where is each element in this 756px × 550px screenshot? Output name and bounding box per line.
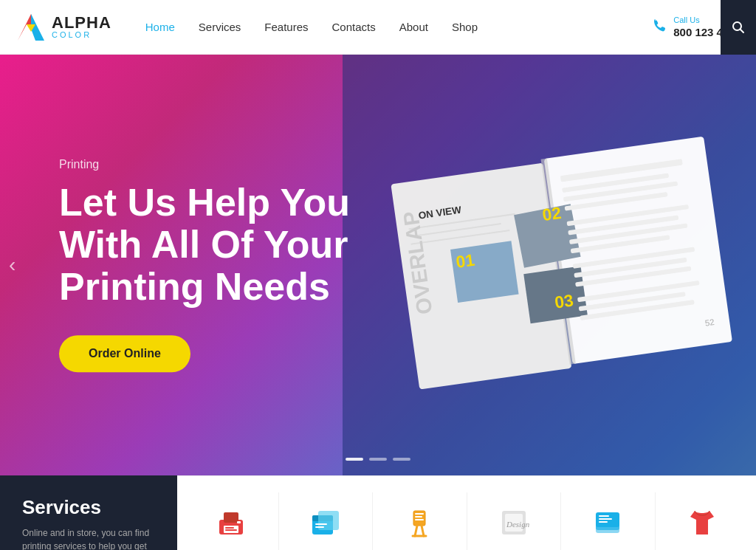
logo[interactable]: ALPHA COLOR (15, 11, 111, 44)
nav-about[interactable]: About (388, 21, 440, 33)
services-description: Online and in store, you can find printi… (22, 526, 155, 550)
nav-links: Home Services Features Contacts About Sh… (134, 21, 653, 33)
hero-dots (346, 458, 410, 461)
tshirt-icon (684, 505, 720, 540)
brand-name: ALPHA (52, 15, 111, 31)
service-copy[interactable]: Copy (279, 492, 374, 551)
logo-text: ALPHA COLOR (52, 15, 111, 39)
svg-rect-44 (315, 526, 324, 528)
svg-rect-37 (225, 527, 234, 529)
print-icon (213, 505, 249, 540)
service-tshirt[interactable]: T-Shirt (656, 492, 749, 551)
book-mockup: ON VIEW OVERLAP 01 02 03 (379, 114, 756, 398)
navbar: ALPHA COLOR Home Services Features Conta… (0, 0, 756, 55)
design-icon-wrap: Design (495, 504, 532, 541)
svg-rect-35 (224, 512, 238, 523)
service-outdoor[interactable]: Outdoor (373, 492, 467, 551)
hero-image: ON VIEW OVERLAP 01 02 03 (343, 55, 756, 475)
svg-line-47 (415, 526, 417, 536)
nav-services[interactable]: Services (187, 21, 253, 33)
svg-line-4 (740, 30, 744, 33)
svg-rect-60 (599, 518, 612, 520)
hero-title: Let Us Help You With All Of Your Printin… (59, 182, 399, 309)
dot-1[interactable] (346, 458, 363, 461)
tshirt-icon-wrap (684, 504, 721, 541)
hero-subtitle: Printing (59, 158, 399, 171)
logo-icon (15, 11, 47, 44)
copy-icon-wrap (307, 504, 344, 541)
svg-rect-13 (450, 241, 519, 303)
promotion-icon-wrap (589, 504, 626, 541)
promotion-icon (590, 505, 625, 540)
svg-rect-51 (415, 516, 422, 518)
phone-icon (653, 18, 667, 36)
order-online-button[interactable]: Order Online (59, 335, 190, 372)
service-promotion[interactable]: Promotion al (561, 492, 656, 551)
service-print[interactable]: Print (185, 492, 279, 551)
services-label-block: Services Online and in store, you can fi… (0, 475, 177, 550)
dot-2[interactable] (369, 458, 387, 461)
svg-text:52: 52 (704, 317, 715, 328)
svg-rect-52 (415, 519, 424, 520)
dot-3[interactable] (393, 458, 410, 461)
svg-line-48 (422, 526, 424, 536)
services-icons: Print Copy (177, 475, 756, 550)
outdoor-icon (402, 505, 437, 540)
nav-home[interactable]: Home (134, 21, 187, 33)
print-icon-wrap (213, 504, 250, 541)
svg-rect-43 (315, 523, 327, 525)
nav-contacts[interactable]: Contacts (320, 21, 388, 33)
svg-text:02: 02 (541, 203, 563, 224)
services-strip: Services Online and in store, you can fi… (0, 475, 756, 550)
svg-rect-38 (225, 529, 237, 531)
search-icon (732, 21, 745, 34)
service-design[interactable]: Design Design (467, 492, 562, 551)
hero-content: Printing Let Us Help You With All Of You… (59, 158, 399, 372)
svg-text:01: 01 (455, 250, 476, 272)
svg-rect-61 (599, 521, 608, 523)
nav-features[interactable]: Features (252, 21, 320, 33)
svg-rect-39 (237, 521, 241, 523)
svg-rect-50 (415, 513, 424, 515)
nav-shop[interactable]: Shop (440, 21, 489, 33)
services-heading: Services (22, 496, 155, 519)
search-button[interactable] (721, 0, 756, 55)
design-icon: Design (496, 505, 532, 540)
outdoor-icon-wrap (401, 504, 438, 541)
svg-rect-59 (599, 515, 609, 517)
svg-text:03: 03 (554, 290, 575, 312)
copy-icon (308, 505, 343, 540)
svg-text:Design: Design (506, 520, 530, 529)
hero-section: ON VIEW OVERLAP 01 02 03 (0, 55, 756, 475)
prev-arrow-button[interactable]: ‹ (9, 253, 16, 277)
brand-tagline: COLOR (52, 31, 111, 39)
